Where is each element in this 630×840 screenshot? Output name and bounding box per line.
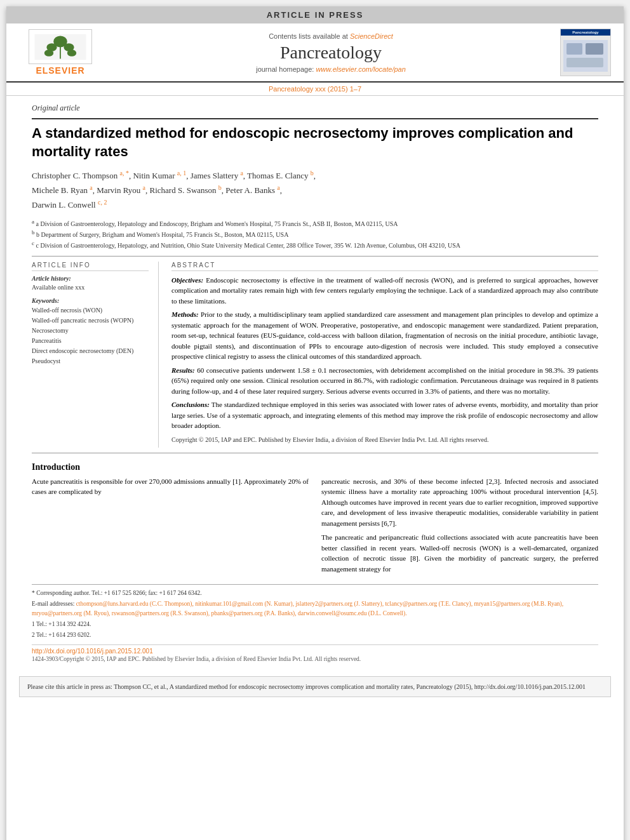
aip-banner: ARTICLE IN PRESS — [6, 6, 624, 23]
svg-point-5 — [44, 50, 53, 57]
abstract-column: ABSTRACT Objectives: Endoscopic necrosec… — [171, 262, 598, 448]
thick-divider — [32, 118, 598, 119]
contents-available-text: Contents lists available at — [269, 32, 348, 40]
svg-rect-10 — [566, 58, 603, 67]
keyword-4: Pancreatitis — [32, 336, 149, 346]
elsevier-logo-box — [29, 29, 92, 64]
elsevier-tree-icon — [32, 31, 89, 63]
article-history-title: Article history: — [32, 275, 149, 282]
article-page: ARTICLE IN PRESS ELSEVIER — [6, 6, 624, 840]
homepage-text: journal homepage: — [256, 65, 314, 73]
science-direct-link[interactable]: ScienceDirect — [350, 32, 393, 40]
svg-rect-8 — [566, 43, 582, 55]
footnotes-area: * Corresponding author. Tel.: +1 617 525… — [32, 584, 598, 639]
pancreatology-journal-thumb: Pancreatology — [560, 29, 611, 76]
copyright-line: Copyright © 2015, IAP and EPC. Published… — [171, 435, 598, 444]
intro-right-para2: The pancreatic and peripancreatic fluid … — [321, 532, 598, 574]
keyword-1: Walled-off necrosis (WON) — [32, 305, 149, 316]
citation-box: Please cite this article in press as: Th… — [19, 676, 611, 697]
citation-box-text: Please cite this article in press as: Th… — [27, 683, 586, 690]
results-text: 60 consecutive patients underwent 1.58 ±… — [171, 366, 598, 395]
introduction-title: Introduction — [32, 462, 598, 472]
article-history-group: Article history: Available online xxx — [32, 275, 149, 292]
article-info-label: ARTICLE INFO — [32, 262, 149, 271]
journal-header: ELSEVIER Contents lists available at Sci… — [6, 23, 624, 83]
abstract-results: Results: 60 consecutive patients underwe… — [171, 365, 598, 397]
issn-line: 1424-3903/Copyright © 2015, IAP and EPC.… — [32, 656, 598, 662]
conclusions-text: The standardized technique employed in t… — [171, 401, 598, 429]
elsevier-label: ELSEVIER — [36, 65, 84, 76]
article-info-column: ARTICLE INFO Article history: Available … — [32, 262, 159, 448]
thin-divider-1 — [32, 256, 598, 257]
affiliation-b: b b Department of Surgery, Brigham and W… — [32, 229, 598, 239]
svg-rect-9 — [586, 43, 603, 55]
affiliation-c: c c Division of Gastroenterology, Hepato… — [32, 239, 598, 250]
article-type: Original article — [32, 103, 598, 113]
conclusions-label: Conclusions: — [171, 401, 210, 408]
intro-right-col: pancreatic necrosis, and 30% of these be… — [321, 476, 598, 578]
footnote-1: 1 Tel.: +1 314 392 4224. — [32, 620, 598, 629]
methods-text: Prior to the study, a multidisciplinary … — [171, 310, 598, 360]
thumb-journal-label: Pancreatology — [561, 29, 610, 36]
thumb-body — [561, 36, 610, 76]
objectives-text: Endoscopic necrosectomy is effective in … — [171, 276, 598, 305]
footnote-email-text: cthompson@luns.harvard.edu (C.C. Thompso… — [32, 601, 563, 616]
introduction-two-col: Acute pancreatitis is responsible for ov… — [32, 476, 598, 578]
footnote-corresponding: * Corresponding author. Tel.: +1 617 525… — [32, 589, 598, 597]
keywords-list: Walled-off necrosis (WON) Walled-off pan… — [32, 305, 149, 366]
objectives-label: Objectives: — [171, 276, 203, 284]
footnote-emails: E-mail addresses: cthompson@luns.harvard… — [32, 599, 598, 618]
science-direct-line: Contents lists available at ScienceDirec… — [108, 32, 554, 40]
thin-divider-2 — [32, 453, 598, 453]
article-info-abstract: ARTICLE INFO Article history: Available … — [32, 262, 598, 448]
footnote-2: 2 Tel.: +1 614 293 6202. — [32, 630, 598, 639]
abstract-objectives: Objectives: Endoscopic necrosectomy is e… — [171, 275, 598, 307]
journal-homepage-line: journal homepage: www.elsevier.com/locat… — [108, 65, 554, 73]
affiliations: a a Division of Gastroenterology, Hepato… — [32, 218, 598, 251]
keyword-5: Direct endoscopic necrosectomy (DEN) — [32, 346, 149, 356]
keyword-3: Necrosectomy — [32, 326, 149, 336]
introduction-section: Introduction Acute pancreatitis is respo… — [32, 462, 598, 578]
methods-label: Methods: — [171, 310, 199, 318]
available-online: Available online xxx — [32, 283, 149, 292]
email-label: E-mail addresses: — [32, 601, 74, 607]
intro-left-para1: Acute pancreatitis is responsible for ov… — [32, 476, 309, 497]
intro-left-para1-text: Acute pancreatitis is responsible for ov… — [32, 477, 309, 496]
abstract-text: Objectives: Endoscopic necrosectomy is e… — [171, 275, 598, 444]
svg-point-6 — [67, 50, 76, 57]
article-title: A standardized method for endoscopic nec… — [32, 124, 598, 161]
authors-list: Christopher C. Thompson a, *, Nitin Kuma… — [32, 168, 598, 212]
doi-area: http://dx.doi.org/10.1016/j.pan.2015.12.… — [32, 644, 598, 662]
journal-title-header: Pancreatology — [108, 43, 554, 63]
elsevier-logo: ELSEVIER — [19, 29, 102, 76]
journal-center-info: Contents lists available at ScienceDirec… — [102, 32, 560, 73]
doi-link[interactable]: http://dx.doi.org/10.1016/j.pan.2015.12.… — [32, 648, 598, 655]
abstract-methods: Methods: Prior to the study, a multidisc… — [171, 309, 598, 362]
thumb-cover-image — [563, 40, 608, 72]
abstract-conclusions: Conclusions: The standardized technique … — [171, 399, 598, 431]
keyword-2: Walled-off pancreatic necrosis (WOPN) — [32, 316, 149, 326]
intro-left-col: Acute pancreatitis is responsible for ov… — [32, 476, 309, 578]
abstract-label: ABSTRACT — [171, 262, 598, 271]
homepage-link[interactable]: www.elsevier.com/locate/pan — [316, 65, 405, 73]
keyword-6: Pseudocyst — [32, 356, 149, 366]
aip-banner-text: ARTICLE IN PRESS — [267, 10, 364, 20]
affiliation-a: a a Division of Gastroenterology, Hepato… — [32, 218, 598, 229]
intro-right-para1: pancreatic necrosis, and 30% of these be… — [321, 476, 598, 529]
results-label: Results: — [171, 366, 195, 374]
keywords-group: Keywords: Walled-off necrosis (WON) Wall… — [32, 297, 149, 366]
article-body: Original article A standardized method f… — [6, 96, 624, 670]
citation-line: Pancreatology xxx (2015) 1–7 — [6, 83, 624, 96]
keywords-title: Keywords: — [32, 297, 149, 304]
